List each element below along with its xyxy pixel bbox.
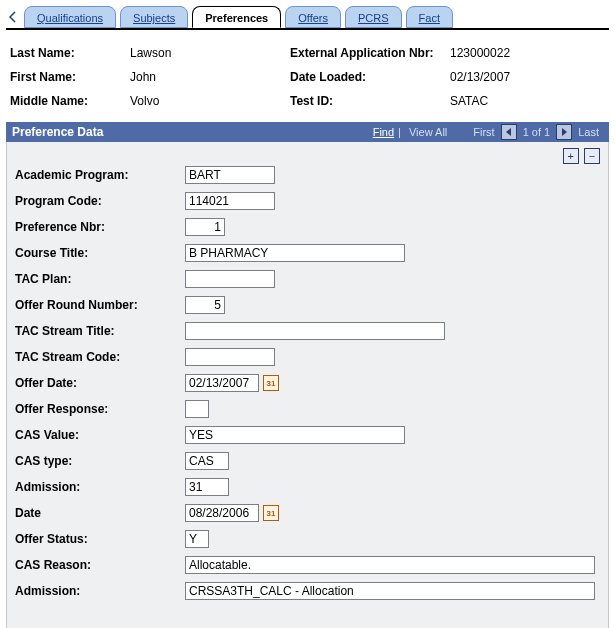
preferences-page: Qualifications Subjects Preferences Offe… — [0, 0, 615, 628]
date-calendar-icon[interactable]: 31 — [263, 505, 279, 521]
first-name-value: John — [130, 70, 290, 84]
last-name-value: Lawson — [130, 46, 290, 60]
offer-date-label: Offer Date: — [15, 376, 185, 390]
applicant-header: Last Name: Lawson External Application N… — [6, 32, 609, 122]
date-label: Date — [15, 506, 185, 520]
first-name-label: First Name: — [10, 70, 130, 84]
admission-input-1[interactable] — [185, 478, 229, 496]
test-id-value: SATAC — [450, 94, 605, 108]
academic-program-label: Academic Program: — [15, 168, 185, 182]
preference-data-header: Preference Data Find | View All First 1 … — [6, 122, 609, 142]
last-link[interactable]: Last — [578, 122, 599, 142]
delete-row-button[interactable]: − — [584, 148, 600, 164]
last-name-label: Last Name: — [10, 46, 130, 60]
offer-date-calendar-icon[interactable]: 31 — [263, 375, 279, 391]
tab-underline — [6, 28, 609, 30]
test-id-label: Test ID: — [290, 94, 450, 108]
tab-offers[interactable]: Offers — [285, 6, 341, 28]
tab-fact[interactable]: Fact — [406, 6, 453, 28]
tab-subjects[interactable]: Subjects — [120, 6, 188, 28]
tab-scroll-left[interactable] — [6, 6, 20, 28]
cas-type-input[interactable] — [185, 452, 229, 470]
offer-round-number-label: Offer Round Number: — [15, 298, 185, 312]
tac-stream-code-label: TAC Stream Code: — [15, 350, 185, 364]
first-link[interactable]: First — [473, 122, 494, 142]
add-row-button[interactable]: + — [563, 148, 579, 164]
tac-stream-code-input[interactable] — [185, 348, 275, 366]
offer-date-input[interactable] — [185, 374, 259, 392]
program-code-input[interactable] — [185, 192, 275, 210]
cas-reason-input[interactable] — [185, 556, 595, 574]
preference-data-body: + − Academic Program: Program Code: Pref… — [6, 142, 609, 628]
middle-name-label: Middle Name: — [10, 94, 130, 108]
tac-stream-title-label: TAC Stream Title: — [15, 324, 185, 338]
academic-program-input[interactable] — [185, 166, 275, 184]
offer-round-number-input[interactable] — [185, 296, 225, 314]
cas-reason-label: CAS Reason: — [15, 558, 185, 572]
preference-nbr-input[interactable] — [185, 218, 225, 236]
nav-separator: | — [398, 122, 401, 142]
date-input[interactable] — [185, 504, 259, 522]
course-title-input[interactable] — [185, 244, 405, 262]
find-link[interactable]: Find — [373, 122, 394, 142]
admission-label-2: Admission: — [15, 584, 185, 598]
cas-value-label: CAS Value: — [15, 428, 185, 442]
offer-status-label: Offer Status: — [15, 532, 185, 546]
prev-row-button[interactable] — [501, 124, 517, 140]
offer-status-input[interactable] — [185, 530, 209, 548]
tac-plan-input[interactable] — [185, 270, 275, 288]
date-loaded-value: 02/13/2007 — [450, 70, 605, 84]
ext-app-nbr-label: External Application Nbr: — [290, 46, 450, 60]
row-position: 1 of 1 — [523, 122, 551, 142]
date-loaded-label: Date Loaded: — [290, 70, 450, 84]
tab-pcrs[interactable]: PCRS — [345, 6, 402, 28]
middle-name-value: Volvo — [130, 94, 290, 108]
view-all-link[interactable]: View All — [409, 122, 447, 142]
next-row-button[interactable] — [556, 124, 572, 140]
cas-value-input[interactable] — [185, 426, 405, 444]
ext-app-nbr-value: 123000022 — [450, 46, 605, 60]
section-title: Preference Data — [12, 122, 103, 142]
preference-nbr-label: Preference Nbr: — [15, 220, 185, 234]
offer-response-input[interactable] — [185, 400, 209, 418]
tab-preferences[interactable]: Preferences — [192, 6, 281, 28]
course-title-label: Course Title: — [15, 246, 185, 260]
tab-strip: Qualifications Subjects Preferences Offe… — [6, 4, 609, 28]
cas-type-label: CAS type: — [15, 454, 185, 468]
tac-stream-title-input[interactable] — [185, 322, 445, 340]
admission-label-1: Admission: — [15, 480, 185, 494]
offer-response-label: Offer Response: — [15, 402, 185, 416]
tab-qualifications[interactable]: Qualifications — [24, 6, 116, 28]
tac-plan-label: TAC Plan: — [15, 272, 185, 286]
program-code-label: Program Code: — [15, 194, 185, 208]
admission-input-2[interactable] — [185, 582, 595, 600]
